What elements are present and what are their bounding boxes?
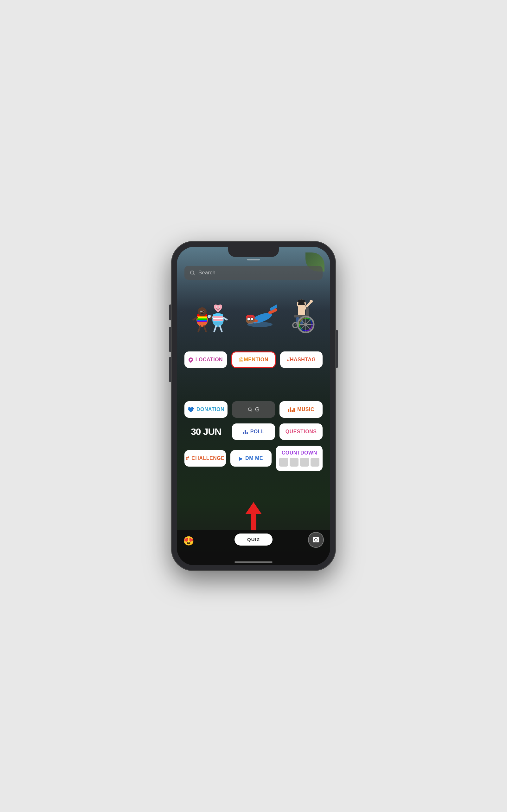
svg-point-27 <box>219 307 220 307</box>
countdown-button[interactable]: COUNTDOWN <box>276 446 323 471</box>
donation-button[interactable]: 💙 DONATION <box>184 401 228 418</box>
svg-rect-47 <box>298 303 305 305</box>
wheelchair-sticker[interactable] <box>288 298 317 336</box>
svg-line-31 <box>220 326 222 332</box>
heart-icon: 💙 <box>187 407 194 413</box>
countdown-label: COUNTDOWN <box>282 450 317 456</box>
svg-rect-8 <box>197 321 207 322</box>
pride-sticker[interactable] <box>190 296 231 337</box>
svg-point-9 <box>198 307 207 316</box>
svg-rect-21 <box>213 318 223 319</box>
svg-point-40 <box>247 317 250 321</box>
svg-rect-22 <box>213 319 223 321</box>
music-label: MUSIC <box>297 407 314 412</box>
questions-label: QUESTIONS <box>285 429 317 435</box>
mute-button[interactable] <box>169 305 171 320</box>
poll-button[interactable]: POLL <box>232 423 275 440</box>
hashtag-button[interactable]: #HASHTAG <box>280 351 323 368</box>
quiz-label: QUIZ <box>247 537 260 542</box>
mention-button[interactable]: @MENTION <box>231 351 276 368</box>
buttons-row-4: # CHALLENGE ▶ DM ME COUNTDOWN <box>184 446 323 471</box>
emoji-section: 😍 <box>183 536 194 546</box>
svg-rect-7 <box>197 320 207 321</box>
svg-rect-23 <box>213 321 223 322</box>
svg-point-13 <box>203 311 204 312</box>
instagram-stories-sticker-tray: Search <box>177 247 330 565</box>
search-icon <box>247 407 252 412</box>
mention-label: @MENTION <box>239 357 268 362</box>
countdown-block-3 <box>300 458 309 467</box>
svg-point-43 <box>247 322 273 327</box>
svg-rect-5 <box>197 317 207 318</box>
buttons-row-1: LOCATION @MENTION #HASHTAG <box>184 351 323 368</box>
giphy-label: G <box>255 406 260 413</box>
volume-up-button[interactable] <box>169 327 171 352</box>
poll-label: POLL <box>250 429 265 435</box>
search-icon <box>189 270 195 275</box>
dm-me-label: DM ME <box>245 455 263 461</box>
date-sticker[interactable]: 30 JUN <box>184 423 228 440</box>
drag-handle[interactable] <box>247 259 260 260</box>
camera-button[interactable] <box>308 532 324 548</box>
poll-icon <box>243 429 248 434</box>
svg-point-41 <box>250 317 253 321</box>
notch <box>228 247 279 257</box>
arrow-shaft <box>250 514 257 531</box>
buttons-row-2: 💙 DONATION G <box>184 401 323 418</box>
svg-point-26 <box>216 307 216 307</box>
svg-point-12 <box>200 311 201 312</box>
stickers-row <box>177 288 330 345</box>
countdown-block-4 <box>311 458 320 467</box>
svg-point-63 <box>248 408 251 411</box>
svg-rect-20 <box>213 316 223 318</box>
home-indicator <box>234 561 273 563</box>
svg-point-0 <box>190 271 194 274</box>
giphy-search-button[interactable]: G <box>232 401 275 418</box>
buttons-row-3: 30 JUN POLL QUESTIONS <box>184 423 323 440</box>
donation-label: DONATION <box>196 407 224 412</box>
swimmer-svg <box>242 302 277 331</box>
phone-frame: Search <box>171 241 336 571</box>
svg-line-30 <box>214 326 216 332</box>
paper-plane-icon: ▶ <box>239 455 243 461</box>
pride-characters-svg <box>190 296 231 337</box>
svg-point-49 <box>309 300 313 303</box>
sticker-search-bar[interactable]: Search <box>184 266 323 280</box>
music-bars-icon <box>288 407 295 412</box>
location-button[interactable]: LOCATION <box>184 351 227 368</box>
power-button[interactable] <box>336 330 338 368</box>
camera-icon <box>312 536 320 544</box>
svg-point-33 <box>208 315 211 318</box>
date-label: 30 JUN <box>191 426 221 437</box>
arrow-indicator <box>184 502 323 531</box>
svg-line-17 <box>204 326 206 332</box>
svg-rect-19 <box>213 314 223 316</box>
music-button[interactable]: MUSIC <box>279 401 323 418</box>
location-label: LOCATION <box>195 357 223 362</box>
dm-me-button[interactable]: ▶ DM ME <box>230 450 272 467</box>
svg-point-46 <box>297 299 305 303</box>
arrow-head <box>245 502 262 514</box>
hash-icon: # <box>186 455 189 462</box>
svg-line-1 <box>193 274 194 275</box>
swimmer-sticker[interactable] <box>242 302 277 331</box>
bottom-navigation: 😍 QUIZ <box>177 530 330 565</box>
svg-line-64 <box>251 410 252 412</box>
sticker-buttons-grid: LOCATION @MENTION #HASHTAG <box>184 351 323 477</box>
svg-point-60 <box>304 323 307 326</box>
questions-button[interactable]: QUESTIONS <box>279 423 323 440</box>
countdown-block-1 <box>279 458 288 467</box>
search-placeholder: Search <box>199 270 216 276</box>
wheelchair-svg <box>288 298 317 336</box>
phone-screen: Search <box>177 247 330 565</box>
heart-eyes-emoji: 😍 <box>183 536 194 546</box>
volume-down-button[interactable] <box>169 357 171 382</box>
challenge-label: CHALLENGE <box>191 455 224 461</box>
quiz-pill[interactable]: QUIZ <box>234 534 273 546</box>
challenge-button[interactable]: # CHALLENGE <box>184 450 226 467</box>
svg-line-16 <box>199 326 200 332</box>
hashtag-label: #HASHTAG <box>287 357 316 362</box>
countdown-blocks <box>279 458 320 467</box>
svg-rect-6 <box>197 318 207 320</box>
location-pin-icon <box>187 357 194 363</box>
